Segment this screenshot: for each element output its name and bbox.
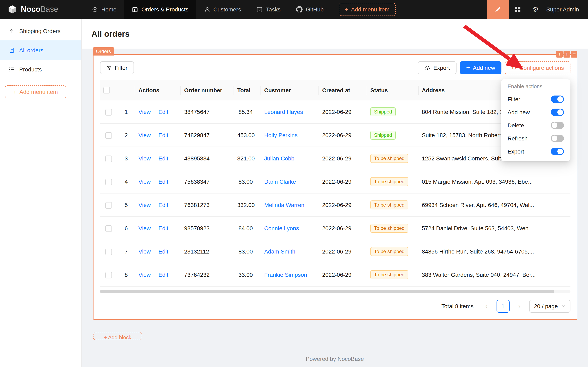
edit-link[interactable]: Edit [159,202,168,209]
filter-button[interactable]: Filter [100,61,134,74]
view-link[interactable]: View [138,202,151,209]
customer-link[interactable]: Adam Smith [264,248,295,255]
row-index: 2 [117,124,135,147]
export-toggle[interactable] [551,148,564,155]
row-checkbox[interactable] [105,202,112,209]
select-all-checkbox[interactable] [103,87,110,94]
row-checkbox[interactable] [105,109,112,116]
edit-link[interactable]: Edit [159,179,168,185]
row-checkbox[interactable] [105,272,112,278]
table-row[interactable]: 3 View Edit 43895834 321.00 Julian Cobb … [100,147,571,170]
navbar-right: ⚙ Super Admin [487,0,588,19]
customer-link[interactable]: Leonard Hayes [264,109,303,115]
view-link[interactable]: View [138,179,151,185]
created-at-cell: 2022-06-29 [319,263,367,287]
total-cell: 83.00 [234,170,261,193]
customer-link[interactable]: Julian Cobb [264,155,294,162]
dropdown-item-delete[interactable]: Delete [503,119,569,132]
add-block-below-icon[interactable]: + [563,51,570,58]
view-link[interactable]: View [138,272,151,278]
total-cell: 321.00 [234,147,261,170]
view-link[interactable]: View [138,109,151,115]
dropdown-title: Enable actions [503,83,569,93]
status-badge: To be shipped [370,154,408,163]
nav-item-home[interactable]: Home [84,0,124,19]
dropdown-item-filter[interactable]: Filter [503,93,569,106]
page-size-select[interactable]: 20 / page [529,300,571,313]
add-new-button[interactable]: + Add new [460,61,502,74]
previous-page-button[interactable]: ‹ [480,300,493,313]
actions-column-header: Actions [135,80,181,100]
customer-link[interactable]: Connie Lyons [264,225,299,232]
nav-item-github[interactable]: GitHub [288,0,331,19]
add-new-toggle[interactable] [551,108,564,116]
table-row[interactable]: 5 View Edit 76381273 332.00 Melinda Warr… [100,193,571,217]
sidebar-add-menu-item-button[interactable]: + Add menu item [5,85,66,98]
row-checkbox[interactable] [105,156,112,162]
row-index: 6 [117,217,135,240]
row-checkbox[interactable] [105,132,112,139]
nav-item-orders-products[interactable]: Orders & Products [124,0,196,19]
sidebar-item-products[interactable]: Products [0,60,81,79]
logo[interactable]: NocoBase [0,5,84,14]
customer-link[interactable]: Melinda Warren [264,202,304,209]
row-checkbox[interactable] [105,249,112,255]
dropdown-item-export[interactable]: Export [503,145,569,158]
row-checkbox[interactable] [105,225,112,232]
view-link[interactable]: View [138,248,151,255]
edit-link[interactable]: Edit [159,132,168,139]
table-row[interactable]: 8 View Edit 73764232 33.00 Frankie Simps… [100,263,571,287]
edit-link[interactable]: Edit [159,225,168,232]
scrollbar-thumb[interactable] [100,290,554,293]
customer-link[interactable]: Frankie Simpson [264,272,307,278]
user-menu[interactable]: Super Admin [545,6,588,13]
configure-actions-button[interactable]: ⚙ Configure actions [505,61,571,74]
table-row[interactable]: 4 View Edit 75638347 83.00 Darin Clarke … [100,170,571,193]
navbar-add-menu-item-button[interactable]: + Add menu item [339,3,396,16]
view-link[interactable]: View [138,155,151,162]
customer-link[interactable]: Holly Perkins [264,132,297,139]
block-designer-toolbar: + + ≡ [556,51,577,58]
settings-button[interactable]: ⚙ [527,0,545,19]
view-link[interactable]: View [138,225,151,232]
edit-link[interactable]: Edit [159,155,168,162]
export-button[interactable]: Export [418,61,456,74]
view-link[interactable]: View [138,132,151,139]
dropdown-item-add-new[interactable]: Add new [503,106,569,119]
refresh-toggle[interactable] [551,135,564,142]
nav-item-customers[interactable]: Customers [196,0,249,19]
total-column-header: Total [234,80,261,100]
add-block-button[interactable]: + Add block [93,332,142,340]
add-block-above-icon[interactable]: + [556,51,563,58]
order-number-cell: 73764232 [181,263,234,287]
ui-editor-button[interactable] [487,0,509,19]
chevron-right-icon: › [518,302,521,311]
plugins-button[interactable] [509,0,527,19]
block-designer-tag[interactable]: Orders [93,47,114,56]
order-number-cell: 38475647 [181,100,234,124]
drag-handle-icon[interactable]: ≡ [571,51,577,58]
sidebar-item-shipping-orders[interactable]: Shipping Orders [0,21,81,41]
nav-item-tasks[interactable]: Tasks [249,0,288,19]
order-number-cell: 74829847 [181,124,234,147]
total-cell: 453.00 [234,124,261,147]
table-row[interactable]: 6 View Edit 98570923 84.00 Connie Lyons … [100,217,571,240]
gear-icon: ⚙ [532,6,539,13]
page-1-button[interactable]: 1 [496,300,509,313]
next-page-button[interactable]: › [513,300,526,313]
row-checkbox[interactable] [105,179,112,185]
logo-text-bold: Noco [21,5,41,14]
customer-link[interactable]: Darin Clarke [264,179,296,185]
target-icon [92,6,98,12]
logo-cube-icon [7,5,17,14]
edit-link[interactable]: Edit [159,109,168,115]
edit-link[interactable]: Edit [159,272,168,278]
edit-link[interactable]: Edit [159,248,168,255]
table-row[interactable]: 1 View Edit 38475647 85.34 Leonard Hayes… [100,100,571,124]
filter-toggle[interactable] [551,96,564,103]
table-row[interactable]: 7 View Edit 23132112 83.00 Adam Smith 20… [100,240,571,263]
sidebar-item-all-orders[interactable]: All orders [0,41,81,60]
dropdown-item-refresh[interactable]: Refresh [503,132,569,145]
delete-toggle[interactable] [551,122,564,129]
table-row[interactable]: 2 View Edit 74829847 453.00 Holly Perkin… [100,124,571,147]
